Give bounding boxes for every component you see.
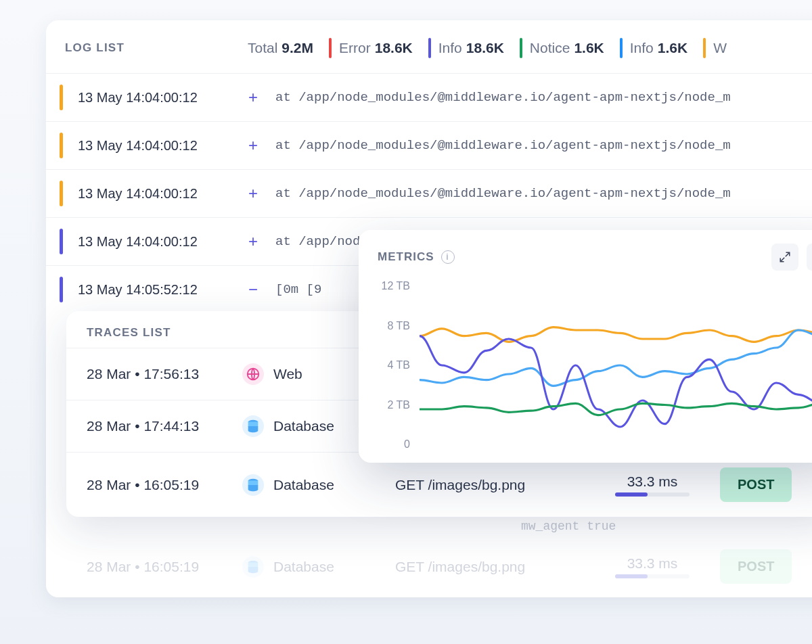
log-row[interactable]: 13 May 14:04:00:12 + at /app/node_module… (46, 121, 812, 169)
method-badge: POST (720, 549, 792, 584)
trace-timestamp: 28 Mar • 17:56:13 (87, 366, 242, 382)
severity-indicator-icon (60, 133, 63, 158)
trace-path: GET /images/bg.png (395, 559, 585, 575)
trace-timestamp: 28 Mar • 17:44:13 (87, 418, 242, 434)
trace-row-ghost: 28 Mar • 16:05:19 Database GET /images/b… (66, 534, 812, 599)
severity-indicator-icon (60, 277, 63, 302)
severity-indicator-icon (60, 85, 63, 110)
metrics-chart[interactable]: 12 TB 8 TB 4 TB 2 TB 0 (378, 277, 812, 453)
y-axis: 12 TB 8 TB 4 TB 2 TB 0 (378, 277, 420, 453)
log-list-title: LOG LIST (65, 41, 248, 55)
trace-type: Database (273, 477, 395, 493)
expand-button[interactable]: + (243, 231, 263, 252)
trace-path: GET /images/bg.png (395, 477, 585, 493)
info-icon[interactable]: i (441, 250, 455, 264)
log-timestamp: 13 May 14:04:00:12 (78, 90, 243, 106)
log-message: [0m [9 (275, 282, 321, 297)
log-list-header: LOG LIST Total 9.2M Error 18.6K Info 18.… (46, 20, 812, 73)
chart-plot (420, 277, 812, 453)
metrics-panel: METRICS i 12 TB 8 TB 4 TB 2 TB 0 (359, 230, 812, 463)
globe-icon (242, 363, 264, 385)
database-icon (242, 556, 264, 578)
trace-type: Database (273, 559, 395, 575)
stat-notice[interactable]: Notice 1.6K (520, 38, 614, 58)
metrics-header: METRICS i (378, 244, 812, 271)
log-stats: Total 9.2M Error 18.6K Info 18.6K Notice… (248, 38, 731, 58)
filter-icon[interactable] (807, 244, 812, 271)
severity-bar-icon (428, 38, 431, 58)
mw-agent-label: mw_agent true (521, 520, 616, 533)
log-message: at /app/node_modules/@middleware.io/agen… (275, 90, 731, 105)
expand-button[interactable]: + (243, 135, 263, 156)
log-message: at /app/node_modules/@middleware.io/agen… (275, 138, 731, 153)
database-icon (242, 474, 264, 496)
metrics-title: METRICS i (378, 250, 455, 264)
log-timestamp: 13 May 14:05:52:12 (78, 282, 243, 298)
stat-total: Total 9.2M (248, 40, 323, 56)
expand-button[interactable]: + (243, 183, 263, 204)
trace-duration: 33.3 ms (585, 555, 720, 578)
trace-timestamp: 28 Mar • 16:05:19 (87, 477, 242, 493)
collapse-button[interactable]: − (243, 279, 263, 300)
expand-button[interactable]: + (243, 87, 263, 108)
severity-indicator-icon (60, 229, 63, 254)
severity-bar-icon (520, 38, 522, 58)
severity-bar-icon (620, 38, 623, 58)
severity-bar-icon (703, 38, 706, 58)
log-timestamp: 13 May 14:04:00:12 (78, 186, 243, 202)
method-badge[interactable]: POST (720, 467, 792, 502)
trace-timestamp: 28 Mar • 16:05:19 (87, 559, 242, 575)
log-message: at /app/node_modules/@middleware.io/agen… (275, 186, 731, 201)
database-icon (242, 415, 264, 437)
stat-info[interactable]: Info 18.6K (428, 38, 514, 58)
stat-error[interactable]: Error 18.6K (329, 38, 422, 58)
log-row[interactable]: 13 May 14:04:00:12 + at /app/node_module… (46, 73, 812, 121)
log-row[interactable]: 13 May 14:04:00:12 + at /app/node_module… (46, 169, 812, 217)
trace-duration: 33.3 ms (585, 474, 720, 497)
metrics-actions (771, 244, 812, 271)
severity-bar-icon (329, 38, 332, 58)
severity-indicator-icon (60, 181, 63, 206)
stat-info2[interactable]: Info 1.6K (620, 38, 697, 58)
log-timestamp: 13 May 14:04:00:12 (78, 138, 243, 154)
expand-icon[interactable] (771, 244, 798, 271)
stat-warn[interactable]: W (703, 38, 731, 58)
log-timestamp: 13 May 14:04:00:12 (78, 234, 243, 250)
